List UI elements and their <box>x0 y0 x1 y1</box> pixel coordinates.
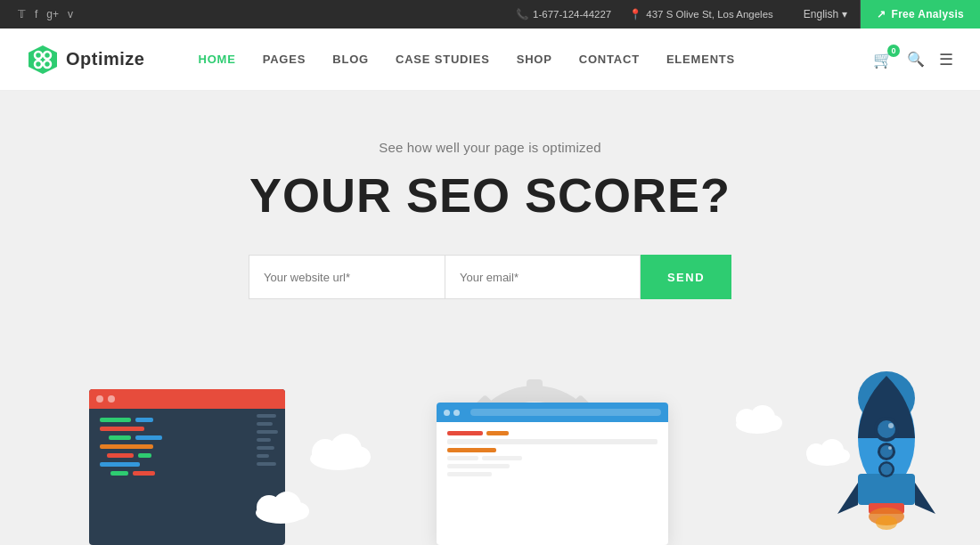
svg-marker-0 <box>29 45 57 74</box>
nav-home[interactable]: HOME <box>198 53 235 66</box>
menu-button[interactable]: ☰ <box>939 50 953 69</box>
browser-line-full <box>447 439 657 444</box>
right-line-1 <box>257 414 276 418</box>
cloud-mid-right-svg <box>731 403 784 435</box>
nav-contact[interactable]: CONTACT <box>579 53 640 66</box>
nav-elements[interactable]: ELEMENTS <box>666 53 735 66</box>
browser-line-group-5 <box>447 464 657 468</box>
browser-line-r1 <box>447 431 483 435</box>
phone-info: 📞 1-677-124-44227 <box>516 8 611 20</box>
browser-line-g3 <box>447 464 510 468</box>
email-input[interactable] <box>445 255 641 299</box>
code-line-6 <box>100 462 274 467</box>
browser-header <box>437 403 668 422</box>
code-line-green3 <box>110 471 128 476</box>
code-line-green2 <box>138 453 151 458</box>
right-line-6 <box>257 454 269 458</box>
location-icon: 📍 <box>629 8 641 20</box>
cloud-middle-left <box>303 430 374 474</box>
browser-url-bar <box>470 409 661 416</box>
browser-line-g1 <box>447 456 478 460</box>
code-line-2 <box>100 427 274 431</box>
browser-line-o1 <box>486 431 509 435</box>
browser-line-group-2 <box>447 439 657 444</box>
right-line-5 <box>257 446 274 450</box>
address-info: 📍 437 S Olive St, Los Angeles <box>629 8 773 20</box>
logo-icon <box>27 44 59 76</box>
cloud-rocket-svg <box>802 438 851 467</box>
svg-point-32 <box>764 415 782 431</box>
code-line-3 <box>100 435 274 440</box>
cart-button[interactable]: 🛒 0 <box>873 50 893 69</box>
browser-line-g4 <box>447 472 492 476</box>
navbar: Optimize HOME PAGES BLOG CASE STUDIES SH… <box>0 28 980 91</box>
website-url-input[interactable] <box>249 255 445 299</box>
send-button[interactable]: SEND <box>641 255 731 299</box>
free-analysis-button[interactable]: ↗ Free Analysis <box>861 0 980 28</box>
twitter-icon[interactable]: 𝕋 <box>18 8 26 20</box>
browser-dot2 <box>453 410 460 416</box>
right-line-3 <box>257 430 278 434</box>
code-line-indent <box>109 435 131 440</box>
browser-line-g2 <box>482 456 522 460</box>
svg-rect-35 <box>858 474 915 505</box>
address-text: 437 S Olive St, Los Angeles <box>646 9 773 20</box>
code-body <box>89 409 285 484</box>
browser-line-group-6 <box>447 472 657 476</box>
hero-section: See how well your page is optimized YOUR… <box>0 91 980 545</box>
code-window-container <box>53 389 285 545</box>
chevron-down-icon: ▾ <box>842 8 847 20</box>
browser-line-group-4 <box>447 456 657 460</box>
svg-point-37 <box>878 420 895 438</box>
svg-point-44 <box>876 516 897 530</box>
vimeo-icon[interactable]: v <box>68 8 73 20</box>
code-line-red <box>100 427 144 431</box>
language-label: English <box>804 8 838 20</box>
phone-icon: 📞 <box>516 8 528 20</box>
googleplus-icon[interactable]: g+ <box>46 8 59 20</box>
code-line-red3 <box>133 471 155 476</box>
trend-icon: ↗ <box>877 8 886 20</box>
svg-point-46 <box>888 446 892 450</box>
search-button[interactable]: 🔍 <box>907 51 925 68</box>
nav-blog[interactable]: BLOG <box>332 53 369 66</box>
right-line-2 <box>257 422 273 426</box>
hero-subtitle: See how well your page is optimized <box>379 140 601 155</box>
seo-form: SEND <box>249 255 731 299</box>
topbar-social-links: 𝕋 f g+ v <box>18 8 73 20</box>
browser-line-o2 <box>447 448 496 452</box>
cart-badge: 0 <box>887 45 900 57</box>
dot1 <box>96 395 103 403</box>
cloud-rocket <box>802 438 851 470</box>
cloud-mid-svg <box>303 430 374 470</box>
rocket-container <box>820 367 953 545</box>
logo[interactable]: Optimize <box>27 44 144 76</box>
facebook-icon[interactable]: f <box>35 8 37 20</box>
hero-title: YOUR SEO SCORE? <box>249 167 731 223</box>
svg-point-45 <box>888 423 894 428</box>
topbar-right: 📞 1-677-124-44227 📍 437 S Olive St, Los … <box>516 0 980 28</box>
nav-shop[interactable]: SHOP <box>517 53 552 66</box>
code-line-blue2 <box>135 435 162 440</box>
nav-case-studies[interactable]: CASE STUDIES <box>396 53 490 66</box>
nav-actions: 🛒 0 🔍 ☰ <box>873 50 953 69</box>
cloud-middle-right <box>731 403 784 438</box>
browser-line-group-3 <box>447 448 657 452</box>
social-links: 𝕋 f g+ v <box>18 8 73 20</box>
svg-point-28 <box>346 446 371 468</box>
code-line-blue <box>135 418 153 422</box>
right-line-7 <box>257 462 276 466</box>
browser-line-group-1 <box>447 431 657 435</box>
dot2 <box>108 395 115 403</box>
phone-number: 1-677-124-44227 <box>533 9 611 20</box>
svg-point-50 <box>832 449 850 463</box>
topbar-contact-info: 📞 1-677-124-44227 📍 437 S Olive St, Los … <box>516 8 791 20</box>
browser-body <box>437 422 668 485</box>
code-window-header <box>89 389 285 409</box>
browser-window <box>437 403 668 545</box>
svg-rect-15 <box>527 379 543 399</box>
code-line-5 <box>100 453 274 458</box>
code-line-7 <box>100 471 274 476</box>
language-selector[interactable]: English ▾ <box>791 0 861 28</box>
nav-pages[interactable]: PAGES <box>263 53 306 66</box>
